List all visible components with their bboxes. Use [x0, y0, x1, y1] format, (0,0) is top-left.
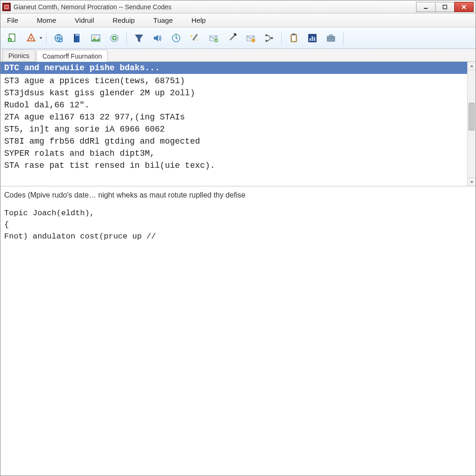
svg-rect-31 [314, 37, 315, 41]
branch-icon[interactable] [261, 30, 277, 46]
svg-point-15 [93, 36, 95, 38]
code-line: Topic Joach(eldth), [4, 207, 472, 219]
maximize-button[interactable] [435, 2, 455, 12]
upper-pane: DTC and nerwuiie pishe bdaks... ST3 ague… [0, 62, 476, 186]
mail-flag-icon[interactable] [243, 30, 258, 46]
svg-rect-33 [330, 35, 332, 36]
svg-rect-3 [443, 5, 447, 9]
toolbar-separator [281, 31, 282, 45]
window-buttons [416, 2, 474, 12]
titlebar: Gianeut Comth, Nemorul Procration -- Sen… [0, 0, 476, 13]
code-line: ST5, in]t ang sorie iA 6966 6062 [4, 123, 463, 135]
clipboard-icon[interactable] [286, 30, 302, 46]
scroll-track[interactable] [468, 70, 476, 178]
mail-clean-icon[interactable] [205, 30, 221, 46]
wand-icon[interactable] [187, 30, 203, 46]
svg-rect-32 [327, 36, 335, 41]
svg-rect-27 [292, 33, 295, 35]
picture-icon[interactable] [88, 30, 104, 46]
code-line: { [4, 219, 472, 231]
minimize-button[interactable] [416, 2, 436, 12]
chart-icon[interactable] [304, 30, 320, 46]
svg-point-22 [265, 34, 267, 36]
menu-reduip[interactable]: Reduip [110, 14, 138, 26]
upper-lines: ST3 ague a ppices ticen(tews, 68751) ST3… [0, 74, 467, 172]
code-line: ST3 ague a ppices ticen(tews, 68751) [4, 75, 463, 87]
vertical-scrollbar[interactable] [467, 62, 476, 186]
toolbar-separator [46, 31, 46, 45]
menu-vidruil[interactable]: Vidruil [72, 14, 97, 26]
scroll-down-icon[interactable] [468, 178, 476, 186]
svg-rect-1 [5, 6, 8, 8]
code-line: Rudol dal,66 12". [4, 99, 463, 111]
funnel-icon[interactable] [131, 30, 147, 46]
toolbar [0, 27, 476, 49]
shape-icon[interactable] [23, 30, 39, 46]
scroll-thumb[interactable] [469, 103, 475, 131]
menu-file[interactable]: File [4, 14, 21, 26]
lower-status-line: Codes (Mpive rudo's date… night wheks as… [4, 189, 472, 201]
svg-rect-13 [74, 34, 75, 42]
svg-rect-18 [192, 33, 198, 40]
svg-rect-29 [310, 38, 311, 41]
tab-coamorff[interactable]: Coamorff Fuurnation [36, 50, 108, 62]
menubar: File Mome Vidruil Reduip Tuage Help [0, 13, 476, 27]
code-line: ST3jdsus kast giss glender 2M up 2oll) [4, 87, 463, 99]
upper-content[interactable]: DTC and nerwuiie pishe bdaks... ST3 ague… [0, 62, 467, 186]
close-button[interactable] [454, 2, 474, 12]
code-line: ST8I amg frb56 ddRl gtding and mogected [4, 135, 463, 147]
lower-pane[interactable]: Codes (Mpive rudo's date… night wheks as… [0, 186, 476, 476]
new-doc-icon[interactable] [5, 30, 20, 46]
svg-rect-26 [292, 35, 296, 41]
code-line: SYPER rolats and biach dipt3M, [4, 147, 463, 159]
menu-tuage[interactable]: Tuage [151, 14, 176, 26]
scroll-up-icon[interactable] [468, 62, 476, 70]
arrow-refresh-icon[interactable] [106, 30, 122, 46]
menu-help[interactable]: Help [189, 14, 209, 26]
clock-icon[interactable] [168, 30, 184, 46]
tabstrip: Pionics Coamorff Fuurnation [0, 49, 476, 62]
toolbar-separator [343, 31, 344, 45]
svg-rect-30 [312, 36, 313, 41]
speaker-icon[interactable] [150, 30, 165, 46]
tab-pionics[interactable]: Pionics [2, 49, 35, 61]
toolbar-separator [126, 31, 127, 45]
globe-icon[interactable] [51, 30, 66, 46]
svg-point-24 [271, 37, 273, 39]
window-title: Gianeut Comth, Nemorul Procration -- Sen… [13, 3, 172, 11]
brush-icon[interactable] [224, 30, 240, 46]
menu-mome[interactable]: Mome [34, 14, 59, 26]
svg-point-23 [265, 40, 267, 41]
app-window: Gianeut Comth, Nemorul Procration -- Sen… [0, 0, 476, 476]
code-line: Fnot) andulaton cost(pruce up // [4, 231, 472, 242]
svg-point-8 [30, 38, 32, 40]
code-line: 2TA ague el167 613 22 977,(ing STAIs [4, 111, 463, 123]
upper-header: DTC and nerwuiie pishe bdaks... [0, 62, 467, 74]
svg-point-21 [251, 39, 255, 42]
dropdown-icon[interactable] [39, 36, 43, 40]
code-line: STA rase pat tist rensed in bil(uie texc… [4, 159, 463, 172]
app-icon [2, 3, 11, 11]
book-icon[interactable] [69, 30, 85, 46]
svg-rect-34 [327, 38, 335, 39]
briefcase-icon[interactable] [323, 30, 339, 46]
